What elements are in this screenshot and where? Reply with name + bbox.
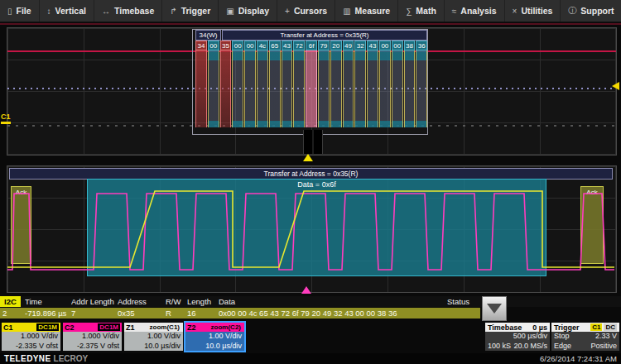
menu-item[interactable]: ⓘ Support xyxy=(561,0,621,22)
channel-offset: -2.375 V ofst xyxy=(65,342,119,352)
table-header-cell: Time xyxy=(25,296,71,307)
menu-item-label: Timebase xyxy=(114,6,154,16)
byte-column xyxy=(232,50,243,127)
channel-badge: zoom(C1) xyxy=(148,323,181,331)
menu-item-icon: + xyxy=(285,7,290,16)
byte-box: 72 xyxy=(293,41,305,50)
trigger-level: 2.33 V xyxy=(595,332,617,342)
byte-column xyxy=(318,50,330,127)
byte-column xyxy=(330,50,342,127)
channel-scale: 1.00 V/div xyxy=(188,332,242,342)
table-header-cell: Length xyxy=(187,296,219,307)
zoom-waveforms xyxy=(7,166,614,290)
table-cell-address: 0x35 xyxy=(118,308,166,319)
byte-box: 38 xyxy=(404,41,416,50)
menu-item[interactable]: ↔ Timebase xyxy=(94,0,162,22)
byte-box: 00 xyxy=(244,41,256,50)
menu-item-label: Vertical xyxy=(55,6,86,16)
i2c-write-header: 34(W) xyxy=(195,30,221,41)
channel-descriptor[interactable]: Z2 zoom(C2) 1.00 V/div 10.0 µs/div xyxy=(185,323,244,351)
byte-column xyxy=(392,50,403,127)
menu-bar: ▯ File ↕ Vertical ↔ Timebase ↱ Trigger ▣… xyxy=(0,0,621,22)
channel-descriptor[interactable]: C2 DC1M 1.000 V/div -2.375 V ofst xyxy=(63,323,122,351)
byte-box: 36 xyxy=(416,41,427,50)
menu-item-label: Math xyxy=(416,6,436,16)
oscilloscope-screen: ▯ File ↕ Vertical ↔ Timebase ↱ Trigger ▣… xyxy=(0,0,621,364)
table-cell-status xyxy=(447,308,480,319)
menu-item[interactable]: ↕ Vertical xyxy=(40,0,94,22)
menu-item[interactable]: + Cursors xyxy=(277,0,335,22)
menu-item-icon: ∑ xyxy=(406,7,412,16)
i2c-transfer-header: Transfer at Address = 0x35(R) xyxy=(222,30,427,41)
byte-column xyxy=(220,50,232,127)
channel-badge: DC1M xyxy=(98,323,120,331)
channel-descriptors: C1 DC1M 1.000 V/div -2.335 V ofst C2 DC1… xyxy=(2,323,244,351)
trigger-coupling-badge: DC xyxy=(604,323,617,331)
byte-box: 4c xyxy=(257,41,268,50)
chevron-down-icon xyxy=(487,304,502,314)
menu-item-icon: ↔ xyxy=(102,7,110,16)
menu-item-label: Display xyxy=(238,6,269,16)
menu-item-icon: ▥ xyxy=(343,7,350,16)
menu-item[interactable]: ▣ Display xyxy=(219,0,277,22)
top-separator-line xyxy=(0,23,621,25)
datetime: 6/26/2014 7:24:31 AM xyxy=(540,354,617,363)
byte-box: 20 xyxy=(330,41,342,50)
menu-item-label: File xyxy=(17,6,31,16)
menu-item-label: Cursors xyxy=(294,6,327,16)
table-cell-index: 2 xyxy=(0,308,25,319)
channel-badge: zoom(C2) xyxy=(209,323,243,331)
byte-box: 49 xyxy=(343,41,354,50)
channel-descriptor[interactable]: Z1 zoom(C1) 1.00 V/div 10.0 µs/div xyxy=(124,323,183,351)
menu-item-label: Analysis xyxy=(460,6,496,16)
table-cell-data: 0x00 00 4c 65 43 72 6f 79 20 49 32 43 00… xyxy=(219,308,447,319)
table-cell-rw: R xyxy=(166,308,187,319)
trigger-position-marker[interactable] xyxy=(303,154,313,161)
trigger-level-marker[interactable] xyxy=(612,82,619,90)
menu-item-icon: ▣ xyxy=(226,7,233,16)
menu-item-icon: ↱ xyxy=(170,7,176,16)
byte-box: 32 xyxy=(354,41,366,50)
decode-byte-row: 34003500004c6543726f792049324300003836 xyxy=(195,41,427,50)
byte-box: 35 xyxy=(220,41,232,50)
byte-column xyxy=(354,50,366,127)
byte-column xyxy=(293,50,305,127)
table-header-cell: Data xyxy=(219,296,447,307)
byte-column xyxy=(404,50,416,127)
table-header-cell: R/W xyxy=(166,296,187,307)
trigger-slope: Positive xyxy=(590,342,617,352)
trigger-mode: Stop xyxy=(554,332,570,342)
byte-column xyxy=(306,50,317,127)
menu-item[interactable]: ▥ Measure xyxy=(335,0,398,22)
lower-waveform-grid[interactable]: Transfer at Address = 0x35(R) Data = 0x6… xyxy=(7,165,617,293)
byte-column xyxy=(379,50,391,127)
trigger-panel[interactable]: Trigger C1 DC Stop 2.33 V Edge Positive xyxy=(551,323,619,351)
trigger-type: Edge xyxy=(554,342,571,352)
table-scroll-down-button[interactable] xyxy=(482,296,507,321)
byte-column xyxy=(257,50,268,127)
menu-item[interactable]: ↱ Trigger xyxy=(162,0,219,22)
status-bar: TELEDYNELECROY 6/26/2014 7:24:31 AM xyxy=(0,353,621,364)
c1-channel-label[interactable]: C1 xyxy=(1,113,11,124)
i2c-bus-badge[interactable]: I2C xyxy=(0,296,21,307)
channel-id: C2 xyxy=(65,323,75,332)
timebase-panel[interactable]: Timebase 0 µs 500 µs/div 100 kS 20.0 MS/… xyxy=(485,323,550,351)
menu-item[interactable]: ≈ Analysis xyxy=(445,0,505,22)
table-row[interactable]: 2 -719.896 µs 7 0x35 R 16 0x00 00 4c 65 … xyxy=(0,308,480,319)
menu-item[interactable]: × Utilities xyxy=(505,0,561,22)
trigger-source-badge: C1 xyxy=(590,323,602,331)
menu-item[interactable]: ∑ Math xyxy=(398,0,445,22)
menu-item-icon: × xyxy=(513,7,518,16)
byte-box: 34 xyxy=(195,41,207,50)
zoom-gate-marker[interactable] xyxy=(303,130,323,154)
trigger-title: Trigger xyxy=(554,323,580,332)
menu-item-label: Support xyxy=(580,6,614,16)
byte-box: 6f xyxy=(306,41,317,50)
channel-offset: -2.335 V ofst xyxy=(4,342,58,352)
timebase-rate: 20.0 MS/s xyxy=(513,342,547,352)
menu-item[interactable]: ▯ File xyxy=(0,0,40,22)
timebase-samples: 100 kS xyxy=(488,342,511,352)
table-position-marker[interactable] xyxy=(301,286,311,294)
channel-descriptor[interactable]: C1 DC1M 1.000 V/div -2.335 V ofst xyxy=(2,323,60,351)
menu-item-label: Trigger xyxy=(181,6,211,16)
